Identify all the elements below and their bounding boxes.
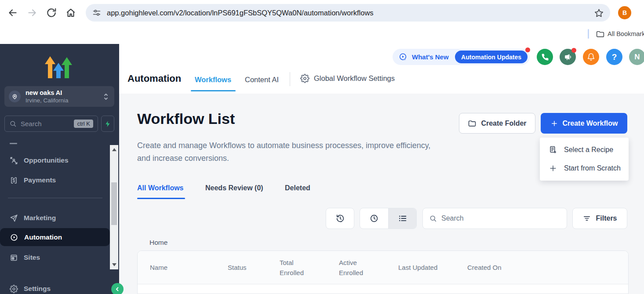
scrollbar-down-arrow[interactable] <box>112 263 116 266</box>
all-bookmarks-label[interactable]: All Bookmarks <box>608 30 644 37</box>
tab-all-workflows[interactable]: All Workflows <box>137 184 184 192</box>
workflow-table: Name Status Total Enrolled Active Enroll… <box>137 250 629 294</box>
chevron-up-down-icon <box>102 92 110 102</box>
list-view-button[interactable] <box>388 208 416 229</box>
browser-profile-avatar[interactable]: B <box>618 6 631 19</box>
notification-dot <box>571 48 576 53</box>
automation-icon <box>10 233 18 242</box>
scrolled-menu-item-partial <box>10 143 17 144</box>
sidebar-item-label: Marketing <box>24 214 56 222</box>
tab-deleted[interactable]: Deleted <box>285 184 310 192</box>
page-description: Create and manage Workflows to automate … <box>137 139 445 165</box>
reload-icon[interactable] <box>46 7 57 18</box>
gohighlevel-logo-icon <box>44 55 75 79</box>
tab-needs-review[interactable]: Needs Review (0) <box>205 184 263 192</box>
sidebar-search-input[interactable] <box>21 120 65 127</box>
user-avatar[interactable]: N <box>629 49 644 65</box>
phone-button[interactable] <box>537 49 553 65</box>
menu-item-start-from-scratch[interactable]: Start from Scratch <box>540 159 629 178</box>
create-workflow-button[interactable]: Create Workflow <box>541 113 627 134</box>
recipe-document-icon <box>549 145 557 154</box>
workflow-search-input[interactable] <box>441 214 547 222</box>
filters-label: Filters <box>596 214 617 222</box>
bookmarks-folder-icon[interactable] <box>596 29 605 39</box>
column-header-name: Name <box>150 264 228 271</box>
automation-updates-badge[interactable]: Automation Updates <box>455 51 528 63</box>
location-switcher[interactable]: new oaks AI Irvine, California <box>4 86 114 107</box>
scrollbar-up-arrow[interactable] <box>112 148 116 151</box>
create-folder-label: Create Folder <box>481 120 526 127</box>
time-view-button[interactable] <box>360 208 388 229</box>
sidebar-item-payments[interactable]: Payments <box>0 172 110 189</box>
gear-icon <box>300 74 309 83</box>
plus-icon <box>549 164 557 173</box>
announcements-button[interactable] <box>560 49 576 65</box>
notifications-bell-button[interactable] <box>583 49 599 65</box>
tab-content-ai[interactable]: Content AI <box>245 76 279 84</box>
location-pin-icon <box>9 91 21 102</box>
site-settings-icon[interactable] <box>92 8 102 18</box>
column-header-active-enrolled: Active Enrolled <box>339 258 398 278</box>
url-text[interactable]: app.gohighlevel.com/v2/location/lnPS691g… <box>107 9 594 17</box>
active-tab-underline <box>191 90 236 91</box>
sidebar-item-label: Payments <box>24 176 56 184</box>
payments-icon <box>10 176 18 185</box>
whats-new-icon <box>398 52 408 62</box>
active-subtab-underline <box>137 198 185 199</box>
location-name: new oaks AI <box>25 89 102 97</box>
scrollbar-thumb[interactable] <box>111 182 117 225</box>
menu-item-select-recipe[interactable]: Select a Recipe <box>540 141 629 159</box>
quick-actions-button[interactable] <box>101 116 114 132</box>
whats-new-label: What's New <box>412 53 449 61</box>
sidebar-item-settings[interactable]: Settings <box>0 280 110 294</box>
column-header-total-enrolled: Total Enrolled <box>280 258 339 278</box>
header-divider <box>290 72 290 86</box>
sidebar-item-label: Automation <box>24 233 62 241</box>
enrollment-history-button[interactable] <box>326 208 354 229</box>
sidebar-item-opportunities[interactable]: Opportunities <box>0 152 110 169</box>
settings-gear-icon <box>10 285 18 293</box>
menu-item-label: Select a Recipe <box>564 146 613 154</box>
bookmark-star-icon[interactable] <box>594 8 604 18</box>
sidebar-search[interactable]: ctrl K <box>4 116 98 132</box>
table-body-empty <box>138 284 628 294</box>
ctrl-k-shortcut-badge: ctrl K <box>74 120 93 128</box>
bookmarks-bar: All Bookmarks <box>0 25 644 44</box>
sidebar-item-automation[interactable]: Automation <box>0 228 110 246</box>
app-header: What's New Automation Updates ? N Automa… <box>119 44 644 94</box>
filter-icon <box>582 214 591 223</box>
global-workflow-settings-label: Global Workflow Settings <box>314 74 395 83</box>
forward-icon[interactable] <box>26 7 38 18</box>
sidebar-item-label: Settings <box>24 285 51 293</box>
whats-new-pill[interactable]: What's New Automation Updates <box>393 49 530 65</box>
folder-icon <box>468 119 477 128</box>
sidebar-collapse-button[interactable] <box>111 283 124 294</box>
opportunities-icon <box>10 156 18 165</box>
sidebar: new oaks AI Irvine, California ctrl K Op… <box>0 44 119 294</box>
home-icon[interactable] <box>65 7 76 18</box>
workflow-search[interactable] <box>422 208 567 229</box>
section-title: Automation <box>127 73 181 84</box>
back-icon[interactable] <box>7 7 18 18</box>
sidebar-scrollbar[interactable] <box>110 145 118 269</box>
sites-icon <box>10 254 18 262</box>
help-button[interactable]: ? <box>606 49 622 65</box>
address-bar[interactable]: app.gohighlevel.com/v2/location/lnPS691g… <box>86 4 610 22</box>
column-header-status: Status <box>228 264 280 271</box>
breadcrumb[interactable]: Home <box>149 239 167 247</box>
create-workflow-label: Create Workflow <box>563 120 618 127</box>
filters-button[interactable]: Filters <box>572 208 627 229</box>
bookmarks-divider <box>588 29 589 39</box>
sidebar-item-sites[interactable]: Sites <box>0 249 110 266</box>
location-city: Irvine, California <box>25 97 102 104</box>
search-icon <box>429 214 437 222</box>
search-icon <box>9 120 17 127</box>
sidebar-divider <box>8 198 102 198</box>
create-folder-button[interactable]: Create Folder <box>459 113 535 134</box>
page-title: Workflow List <box>137 110 235 127</box>
sidebar-item-marketing[interactable]: Marketing <box>0 210 110 226</box>
workflow-list-page: Workflow List Create and manage Workflow… <box>119 94 644 294</box>
tab-workflows[interactable]: Workflows <box>195 76 231 84</box>
global-workflow-settings-link[interactable]: Global Workflow Settings <box>300 74 395 83</box>
browser-toolbar: app.gohighlevel.com/v2/location/lnPS691g… <box>0 0 644 25</box>
